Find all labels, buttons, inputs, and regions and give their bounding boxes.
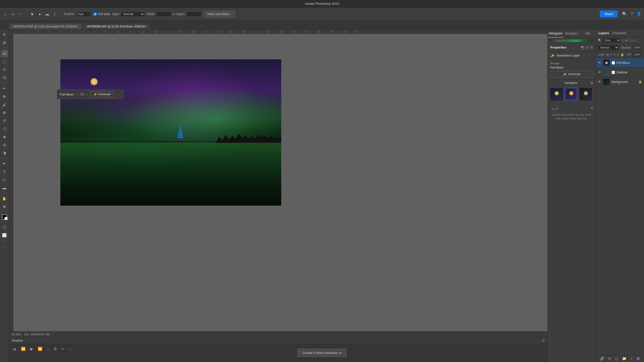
- eyedropper-tool[interactable]: ✏: [1, 85, 8, 92]
- lock-position-icon[interactable]: ✛: [613, 53, 616, 56]
- opacity-input[interactable]: [632, 45, 642, 50]
- zoom-tool[interactable]: ⊕: [1, 203, 8, 210]
- filter-smart-icon[interactable]: ⊙: [633, 39, 635, 42]
- variation-2[interactable]: [565, 88, 577, 100]
- inspire-add-button[interactable]: +: [590, 106, 593, 111]
- props-generate-button[interactable]: ✨ Generate: [550, 71, 593, 77]
- delete-layer-button[interactable]: 🗑: [636, 356, 640, 360]
- status-arrow[interactable]: ›: [53, 333, 54, 336]
- tl-keyframe-button[interactable]: ⬦: [68, 346, 72, 352]
- new-group-button[interactable]: 📁: [622, 356, 626, 360]
- tl-audio-button[interactable]: ♪: [46, 346, 50, 352]
- layer-vis-0[interactable]: 👁: [598, 61, 601, 65]
- add-effect-button[interactable]: fx: [608, 356, 611, 360]
- swap-icon[interactable]: ⇄: [172, 12, 175, 16]
- filter-shape-icon[interactable]: △: [630, 39, 632, 42]
- anti-alias-checkbox[interactable]: [93, 12, 97, 16]
- tab-raf-2[interactable]: HKPB6086.RAF @ 33.3% (Full Moon, RGB/16*…: [83, 23, 150, 29]
- canvas-area[interactable]: Full Moon ‹ 2/3 › ✨ Generate ···: [14, 34, 547, 331]
- quick-select-tool[interactable]: ⊙: [1, 66, 8, 73]
- type-tool[interactable]: T: [1, 168, 8, 175]
- channels-tab[interactable]: Channels: [613, 31, 626, 35]
- tab-histogram[interactable]: Histogram: [548, 30, 564, 38]
- tl-next-button[interactable]: ⏩: [37, 346, 44, 352]
- help-icon[interactable]: ?: [631, 12, 633, 16]
- generate-button[interactable]: ✨ Generate: [91, 91, 113, 97]
- filter-pixel-icon[interactable]: ◻: [622, 39, 624, 42]
- rect-marquee[interactable]: ■: [29, 11, 35, 17]
- share-button[interactable]: Share: [600, 11, 618, 17]
- marquee-dropdown[interactable]: ▾: [18, 11, 23, 17]
- variation-3[interactable]: [579, 88, 592, 100]
- shape-tool[interactable]: ▬: [1, 184, 8, 191]
- brush-tool[interactable]: 🖌: [1, 101, 8, 108]
- lock-transparent-icon[interactable]: ▨: [606, 53, 609, 56]
- ellipse-marquee[interactable]: ●: [37, 11, 43, 17]
- quick-mask-icon[interactable]: ⬡: [1, 224, 8, 231]
- tab-navigator[interactable]: Navigator: [564, 30, 580, 38]
- layers-kind-select[interactable]: Kind: [602, 38, 621, 43]
- blend-mode-select[interactable]: Normal Multiply Screen Overlay: [598, 45, 619, 50]
- layers-tab[interactable]: Layers: [598, 31, 609, 35]
- screen-mode-icon[interactable]: ⬜: [1, 232, 8, 239]
- gen-next-button[interactable]: ›: [85, 92, 89, 97]
- more-options-button[interactable]: ···: [115, 92, 121, 97]
- dodge-tool[interactable]: ◑: [1, 149, 8, 156]
- tl-settings-button[interactable]: ⚙: [53, 346, 58, 352]
- create-frame-animation-button[interactable]: Create Frame Animation ▾: [297, 349, 347, 357]
- variation-1[interactable]: [550, 88, 563, 100]
- lasso-tool[interactable]: ◌: [1, 58, 8, 65]
- single-col[interactable]: |: [52, 11, 58, 17]
- filter-type-icon[interactable]: T: [628, 39, 630, 42]
- layer-vis-1[interactable]: 👁: [598, 70, 601, 74]
- variations-grid-icon[interactable]: ⊞: [591, 81, 593, 85]
- foreground-color[interactable]: [2, 214, 7, 219]
- fill-input[interactable]: [632, 52, 642, 57]
- gradient-tool[interactable]: ◈: [1, 133, 8, 140]
- width-input[interactable]: [156, 11, 171, 17]
- prop-menu-icon[interactable]: ☰: [590, 46, 593, 49]
- select-mask-button[interactable]: Select and Mask...: [204, 11, 235, 17]
- search-icon[interactable]: 🔍: [622, 12, 627, 16]
- lock-all-icon[interactable]: 🔒: [620, 53, 624, 56]
- marquee-tool[interactable]: ▭: [1, 50, 8, 57]
- layer-sailboat[interactable]: 👁 Sailboat: [596, 68, 644, 77]
- crop-tool[interactable]: ⊡: [1, 74, 8, 81]
- hand-tool[interactable]: ✋: [1, 195, 8, 202]
- height-input[interactable]: [186, 11, 202, 17]
- style-select[interactable]: Normal Fixed Ratio Fixed Size: [121, 11, 145, 17]
- new-layer-button[interactable]: +: [630, 356, 632, 360]
- tab-info[interactable]: Info: [580, 30, 596, 38]
- tab-raf-1[interactable]: HKPS4614.RAF @ 112% (Generative Fill, RG…: [9, 23, 82, 29]
- eraser-tool[interactable]: ◻: [1, 125, 8, 132]
- link-layers-button[interactable]: 🔗: [600, 356, 604, 360]
- blur-tool[interactable]: ◎: [1, 141, 8, 148]
- lock-artboard-icon[interactable]: ⊡: [617, 53, 619, 56]
- extra-tools[interactable]: ···: [1, 243, 8, 250]
- layer-full-moon[interactable]: 👁 Full Moon: [596, 58, 644, 68]
- layer-vis-2[interactable]: 👁: [598, 80, 601, 84]
- path-select-tool[interactable]: ▷: [1, 176, 8, 183]
- pen-tool[interactable]: ✒: [1, 160, 8, 167]
- history-tool[interactable]: ↺: [1, 117, 8, 124]
- home-icon[interactable]: ⌂: [3, 11, 8, 17]
- prop-circle-icon[interactable]: ⊙: [586, 46, 589, 49]
- tl-start-button[interactable]: ⏮: [12, 346, 17, 352]
- tl-prev-button[interactable]: ⏪: [20, 346, 27, 352]
- gen-prev-button[interactable]: ‹: [76, 92, 79, 97]
- move-tool[interactable]: ✛: [1, 31, 8, 38]
- prop-camera-icon[interactable]: 📷: [580, 46, 584, 49]
- tl-cut-button[interactable]: ✂: [60, 346, 66, 352]
- marquee-icon[interactable]: ▭: [10, 11, 16, 17]
- filter-adjustment-icon[interactable]: ◑: [625, 39, 627, 42]
- stamp-tool[interactable]: ⊗: [1, 109, 8, 116]
- artboard-tool[interactable]: ⊞: [1, 39, 8, 46]
- tl-play-button[interactable]: ▶: [29, 346, 34, 352]
- add-mask-button[interactable]: ◻: [615, 356, 618, 360]
- feather-input[interactable]: [76, 11, 91, 17]
- single-row[interactable]: ▬: [45, 11, 50, 17]
- user-icon[interactable]: 👤: [636, 12, 641, 16]
- timeline-menu-icon[interactable]: ☰: [542, 339, 545, 342]
- healing-tool[interactable]: ⊕: [1, 93, 8, 100]
- layer-background[interactable]: 👁 Background 🔒: [596, 77, 644, 87]
